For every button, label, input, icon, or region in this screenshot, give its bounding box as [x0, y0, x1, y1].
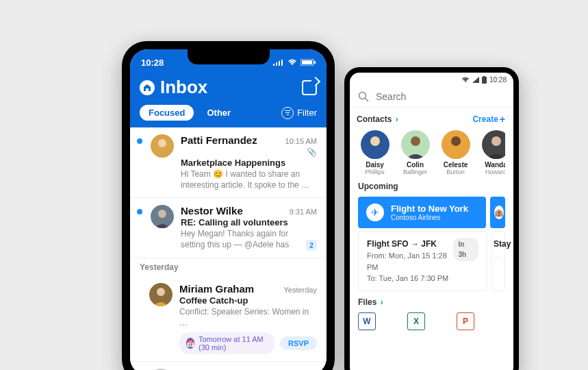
message-sender: Miriam Graham — [179, 283, 254, 295]
flight-detail-from: From: Mon, Jan 15 1:28 PM — [367, 250, 453, 273]
svg-point-8 — [158, 210, 166, 218]
upcoming-card-flight[interactable]: ✈ Flight to New York Contoso Airlines — [358, 197, 486, 228]
contact-item[interactable]: Colin Ballinger — [397, 130, 433, 175]
upcoming-card-title: Flight to New York — [391, 204, 468, 214]
svg-point-16 — [411, 136, 420, 146]
svg-point-13 — [359, 92, 366, 99]
home-icon[interactable] — [140, 80, 155, 95]
message-time: 9:31 AM — [290, 208, 317, 216]
message-item[interactable]: Allan Deyoung Yesterday New Project Prop… — [130, 361, 327, 370]
contact-last-name: Phillips — [357, 169, 393, 175]
contact-first-name: Daisy — [357, 161, 393, 169]
chevron-right-icon[interactable]: › — [396, 114, 398, 124]
compose-icon[interactable] — [302, 80, 317, 95]
attachment-icon: 📎 — [307, 147, 317, 157]
message-sender: Nestor Wilke — [181, 205, 243, 217]
svg-point-18 — [491, 136, 501, 146]
contact-last-name: Burton — [437, 169, 474, 175]
contact-last-name: Howard — [478, 169, 505, 175]
svg-rect-1 — [276, 62, 277, 66]
avatar — [482, 130, 506, 159]
android-status-bar: 10:28 — [350, 73, 513, 86]
message-subject: Marketplace Happenings — [181, 158, 317, 168]
upcoming-card-subtitle: Contoso Airlines — [391, 214, 468, 221]
section-title-contacts: Contacts — [357, 114, 392, 124]
avatar — [151, 134, 174, 158]
android-screen: 10:28 Contacts › Create + Daisy — [350, 73, 513, 370]
svg-point-7 — [158, 139, 166, 147]
tab-focused[interactable]: Focused — [140, 105, 194, 121]
filter-label: Filter — [297, 108, 317, 118]
message-item[interactable]: Nestor Wilke 9:31 AM RE: Calling all vol… — [130, 197, 327, 258]
message-subject: RE: Calling all volunteers — [181, 217, 317, 227]
contacts-row[interactable]: Daisy Phillips Colin Ballinger Celeste B… — [350, 130, 505, 175]
contact-first-name: Colin — [397, 161, 433, 169]
contact-item[interactable]: Celeste Burton — [437, 130, 474, 175]
group-header-yesterday: Yesterday — [130, 258, 327, 276]
filter-icon — [281, 107, 294, 119]
ios-clock: 10:28 — [141, 58, 164, 68]
chevron-right-icon[interactable]: › — [381, 297, 383, 307]
contact-first-name: Wanda — [478, 161, 505, 169]
message-item[interactable]: Patti Fernandez 10:15 AM 📎 Marketplace H… — [130, 127, 327, 197]
wifi-icon — [461, 77, 470, 83]
excel-file-icon[interactable]: X — [407, 312, 425, 330]
message-list[interactable]: Patti Fernandez 10:15 AM 📎 Marketplace H… — [130, 127, 327, 370]
message-item[interactable]: Miriam Graham Yesterday Coffee Catch-up … — [130, 276, 327, 361]
svg-rect-2 — [279, 61, 280, 66]
inbox-header: Inbox Focused Other Filter — [130, 75, 327, 127]
event-time: Tomorrow at 11 AM (30 min) — [199, 335, 268, 352]
contact-last-name: Ballinger — [397, 169, 433, 175]
message-sender: Patti Fernandez — [181, 134, 257, 146]
upcoming-card-stay[interactable]: 🏨 — [490, 197, 505, 228]
svg-rect-5 — [302, 60, 312, 64]
contact-item[interactable]: Daisy Phillips — [357, 130, 393, 175]
avatar — [361, 130, 389, 159]
message-time: Yesterday — [283, 286, 317, 294]
files-section: Files › W X P — [350, 291, 513, 330]
svg-line-14 — [366, 99, 369, 102]
svg-rect-6 — [314, 61, 316, 64]
search-bar[interactable] — [350, 86, 513, 108]
svg-point-9 — [157, 288, 165, 296]
iphone-device: 10:28 Inbox Focused Other Filter — [122, 41, 335, 370]
iphone-screen: 10:28 Inbox Focused Other Filter — [130, 49, 327, 370]
airplane-icon: ✈ — [366, 204, 384, 221]
svg-rect-12 — [483, 76, 485, 77]
event-chip[interactable]: 📅 Tomorrow at 11 AM (30 min) — [179, 332, 274, 354]
avatar — [149, 283, 172, 306]
hotel-icon: 🏨 — [494, 206, 504, 219]
message-preview: Conflict: Speaker Series: Women in … — [179, 307, 317, 328]
stay-detail-title: Stay — [494, 238, 511, 250]
svg-rect-11 — [482, 77, 487, 84]
filter-button[interactable]: Filter — [281, 107, 317, 119]
powerpoint-file-icon[interactable]: P — [457, 312, 474, 330]
create-contact-button[interactable]: Create + — [472, 114, 505, 125]
svg-point-15 — [370, 136, 380, 146]
countdown-badge: In 3h — [453, 238, 478, 261]
android-device: 10:28 Contacts › Create + Daisy — [344, 67, 519, 370]
message-preview: Hi Team 😊 I wanted to share an interesti… — [181, 169, 317, 190]
flight-detail-title: Flight SFO → JFK — [367, 238, 453, 250]
tab-other[interactable]: Other — [198, 105, 240, 121]
rsvp-button[interactable]: RSVP — [280, 336, 317, 350]
avatar — [151, 205, 174, 228]
android-clock: 10:28 — [489, 76, 507, 84]
flight-detail-card[interactable]: Flight SFO → JFK From: Mon, Jan 15 1:28 … — [358, 231, 487, 291]
svg-point-17 — [451, 136, 461, 146]
search-input[interactable] — [376, 91, 505, 102]
stay-detail-card[interactable]: Stay … — [491, 231, 505, 291]
plus-icon: + — [500, 114, 505, 125]
signal-icon — [273, 59, 284, 66]
wifi-icon — [287, 59, 297, 66]
message-preview: Hey Megan! Thanks again for setting this… — [181, 229, 302, 251]
contact-item[interactable]: Wanda Howard — [478, 130, 505, 175]
contact-first-name: Celeste — [437, 161, 474, 169]
search-icon — [358, 91, 369, 102]
section-title-files: Files — [358, 297, 376, 307]
message-time: 10:15 AM — [285, 137, 317, 145]
signal-icon — [472, 77, 479, 83]
word-file-icon[interactable]: W — [358, 312, 376, 330]
message-subject: Coffee Catch-up — [179, 295, 317, 306]
calendar-icon: 📅 — [186, 338, 194, 349]
